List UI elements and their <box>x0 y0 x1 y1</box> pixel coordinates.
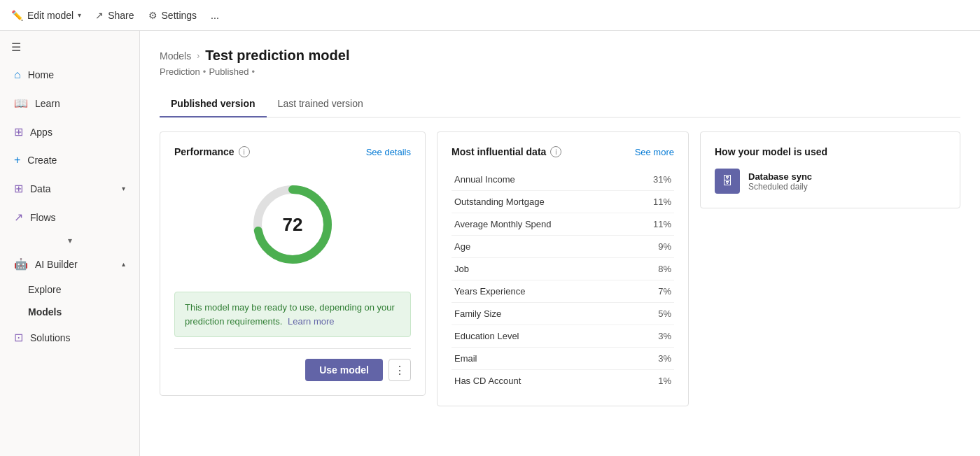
more-toolbar-label: ... <box>211 10 219 21</box>
influential-title: Most influential data <box>451 146 546 157</box>
sidebar-item-data[interactable]: ⊞ Data ▾ <box>3 175 136 202</box>
separator-dot-1: • <box>203 66 206 77</box>
data-icon: ⊞ <box>14 182 23 195</box>
performance-score: 72 <box>283 214 303 236</box>
influential-item-value: 1% <box>632 370 674 392</box>
ai-builder-icon: 🤖 <box>14 257 28 271</box>
influential-item-value: 3% <box>632 348 674 370</box>
influential-item-value: 9% <box>632 236 674 258</box>
use-model-button[interactable]: Use model <box>305 359 383 381</box>
performance-title: Performance <box>174 146 234 157</box>
more-options-toolbar-button[interactable]: ... <box>211 10 219 21</box>
tab-published-version[interactable]: Published version <box>160 91 267 117</box>
edit-model-button[interactable]: ✏️ Edit model ▾ <box>11 10 81 21</box>
influential-item-value: 7% <box>632 280 674 303</box>
sidebar-learn-label: Learn <box>35 98 60 109</box>
usage-item-schedule: Scheduled daily <box>748 182 812 192</box>
settings-icon: ⚙ <box>148 10 158 21</box>
influential-item-label: Family Size <box>451 303 632 325</box>
page-title: Test prediction model <box>205 48 349 64</box>
influential-item-label: Average Monthly Spend <box>451 213 632 236</box>
performance-info-icon[interactable]: i <box>239 146 250 157</box>
sidebar: ☰ ⌂ Home 📖 Learn ⊞ Apps + Create ⊞ Data … <box>0 31 140 456</box>
edit-model-label: Edit model <box>27 10 74 21</box>
model-type: Prediction <box>160 66 200 77</box>
usage-card-header: How your model is used <box>715 146 946 157</box>
tab-last-trained-version[interactable]: Last trained version <box>267 91 374 117</box>
influential-item-label: Job <box>451 258 632 280</box>
sidebar-apps-label: Apps <box>30 127 52 138</box>
sidebar-flows-label: Flows <box>30 212 56 223</box>
influential-item-value: 11% <box>632 213 674 236</box>
explore-label: Explore <box>28 284 61 295</box>
influential-item-label: Email <box>451 348 632 370</box>
table-row: Job8% <box>451 258 674 280</box>
performance-card-header: Performance i See details <box>174 146 411 157</box>
influential-data-card: Most influential data i See more Annual … <box>437 131 689 406</box>
sidebar-solutions-label: Solutions <box>30 332 71 343</box>
table-row: Education Level3% <box>451 325 674 348</box>
sidebar-home-label: Home <box>28 69 54 80</box>
models-label: Models <box>28 306 62 318</box>
sidebar-item-apps[interactable]: ⊞ Apps <box>3 118 136 145</box>
performance-card: Performance i See details 72 <box>160 131 426 396</box>
action-row: Use model ⋮ <box>174 348 411 381</box>
table-row: Email3% <box>451 348 674 370</box>
edit-icon: ✏️ <box>11 10 23 21</box>
sidebar-data-label: Data <box>30 183 51 194</box>
table-row: Age9% <box>451 236 674 258</box>
sidebar-item-create[interactable]: + Create <box>3 147 136 173</box>
influential-title-row: Most influential data i <box>451 146 561 157</box>
table-row: Annual Income31% <box>451 169 674 191</box>
model-ready-info-box: This model may be ready to use, dependin… <box>174 292 411 337</box>
breadcrumb: Models › Test prediction model <box>160 48 960 64</box>
sidebar-item-flows[interactable]: ↗ Flows <box>3 204 136 231</box>
share-button[interactable]: ↗ Share <box>95 10 134 21</box>
influential-info-icon[interactable]: i <box>550 146 561 157</box>
separator-dot-2: • <box>251 66 255 77</box>
flows-icon: ↗ <box>14 211 23 224</box>
sidebar-expand-button[interactable]: ▾ <box>0 231 139 250</box>
learn-more-link[interactable]: Learn more <box>288 316 334 327</box>
influential-item-label: Age <box>451 236 632 258</box>
donut-chart: 72 <box>247 179 338 270</box>
learn-icon: 📖 <box>14 97 28 110</box>
settings-label: Settings <box>162 10 197 21</box>
settings-button[interactable]: ⚙ Settings <box>148 10 197 21</box>
sidebar-item-ai-builder[interactable]: 🤖 AI Builder ▴ <box>3 250 136 278</box>
sidebar-item-home[interactable]: ⌂ Home <box>3 62 136 88</box>
share-label: Share <box>108 10 134 21</box>
usage-item-text: Database sync Scheduled daily <box>748 171 812 192</box>
influential-item-value: 8% <box>632 258 674 280</box>
cards-row: Performance i See details 72 <box>160 131 960 406</box>
sidebar-item-learn[interactable]: 📖 Learn <box>3 90 136 117</box>
toolbar: ✏️ Edit model ▾ ↗ Share ⚙ Settings ... <box>0 0 980 31</box>
table-row: Years Experience7% <box>451 280 674 303</box>
sidebar-subitem-explore[interactable]: Explore <box>0 278 139 301</box>
influential-item-label: Outstanding Mortgage <box>451 191 632 213</box>
influential-item-label: Education Level <box>451 325 632 348</box>
ai-builder-chevron-icon: ▴ <box>122 260 125 268</box>
breadcrumb-parent[interactable]: Models <box>160 50 191 62</box>
more-options-button[interactable]: ⋮ <box>388 359 411 381</box>
sidebar-create-label: Create <box>27 155 57 166</box>
influential-item-value: 11% <box>632 191 674 213</box>
usage-title: How your model is used <box>715 146 827 157</box>
performance-title-row: Performance i <box>174 146 250 157</box>
expand-icon: ▾ <box>68 236 72 245</box>
hamburger-menu[interactable]: ☰ <box>0 34 139 61</box>
more-options-icon: ⋮ <box>394 364 405 377</box>
sidebar-item-solutions[interactable]: ⊡ Solutions <box>3 324 136 351</box>
edit-chevron-icon: ▾ <box>78 11 81 19</box>
sidebar-subitem-models[interactable]: Models <box>0 301 139 323</box>
usage-card: How your model is used 🗄 Database sync S… <box>700 131 960 208</box>
influential-item-value: 3% <box>632 325 674 348</box>
influential-item-label: Years Experience <box>451 280 632 303</box>
usage-item-icon: 🗄 <box>715 169 740 194</box>
see-more-link[interactable]: See more <box>635 147 674 157</box>
usage-item: 🗄 Database sync Scheduled daily <box>715 169 946 194</box>
data-chevron-icon: ▾ <box>122 185 125 192</box>
breadcrumb-chevron-icon: › <box>197 51 200 61</box>
main-layout: ☰ ⌂ Home 📖 Learn ⊞ Apps + Create ⊞ Data … <box>0 31 980 456</box>
see-details-link[interactable]: See details <box>366 147 411 157</box>
